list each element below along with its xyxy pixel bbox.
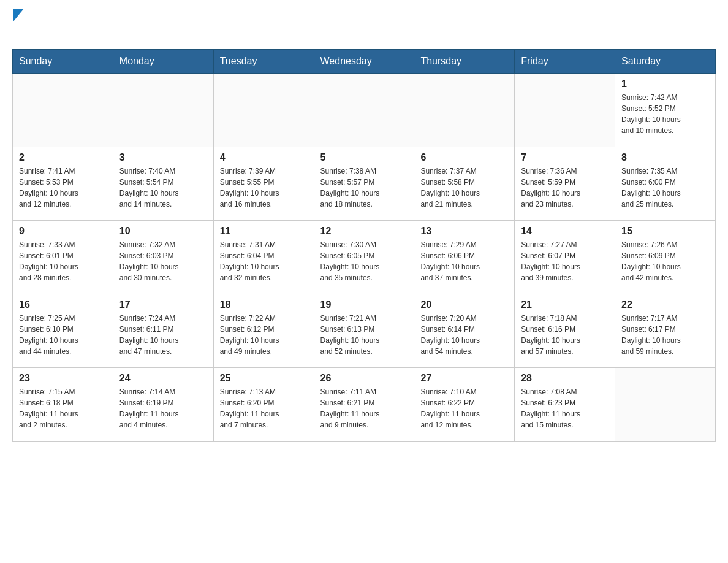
day-info: Sunrise: 7:20 AM Sunset: 6:14 PM Dayligh… [420, 313, 508, 357]
calendar-cell: 12Sunrise: 7:30 AM Sunset: 6:05 PM Dayli… [314, 221, 414, 294]
day-number: 18 [220, 299, 308, 310]
column-header-friday: Friday [515, 50, 615, 74]
calendar-cell: 18Sunrise: 7:22 AM Sunset: 6:12 PM Dayli… [213, 294, 314, 368]
day-info: Sunrise: 7:25 AM Sunset: 6:10 PM Dayligh… [19, 313, 107, 357]
day-info: Sunrise: 7:40 AM Sunset: 5:54 PM Dayligh… [119, 166, 207, 210]
day-number: 17 [119, 299, 207, 310]
calendar-cell [113, 74, 213, 147]
day-info: Sunrise: 7:41 AM Sunset: 5:53 PM Dayligh… [19, 166, 107, 210]
day-number: 1 [621, 79, 709, 90]
day-number: 15 [621, 226, 709, 237]
calendar-cell: 21Sunrise: 7:18 AM Sunset: 6:16 PM Dayli… [515, 294, 615, 368]
day-info: Sunrise: 7:22 AM Sunset: 6:12 PM Dayligh… [220, 313, 308, 357]
calendar-cell: 13Sunrise: 7:29 AM Sunset: 6:06 PM Dayli… [414, 221, 515, 294]
day-number: 23 [19, 373, 107, 384]
day-info: Sunrise: 7:08 AM Sunset: 6:23 PM Dayligh… [521, 386, 609, 431]
column-header-saturday: Saturday [615, 50, 716, 74]
day-info: Sunrise: 7:17 AM Sunset: 6:17 PM Dayligh… [621, 313, 709, 357]
page-header [12, 12, 716, 39]
calendar-cell: 6Sunrise: 7:37 AM Sunset: 5:58 PM Daylig… [414, 147, 515, 221]
column-header-thursday: Thursday [414, 50, 515, 74]
calendar-cell [213, 74, 314, 147]
day-number: 12 [320, 226, 408, 237]
day-info: Sunrise: 7:38 AM Sunset: 5:57 PM Dayligh… [320, 166, 408, 210]
day-number: 16 [19, 299, 107, 310]
logo-triangle-icon [13, 9, 24, 22]
calendar-cell: 25Sunrise: 7:13 AM Sunset: 6:20 PM Dayli… [213, 368, 314, 442]
day-number: 6 [420, 152, 508, 163]
calendar-cell: 11Sunrise: 7:31 AM Sunset: 6:04 PM Dayli… [213, 221, 314, 294]
day-info: Sunrise: 7:11 AM Sunset: 6:21 PM Dayligh… [320, 386, 408, 431]
day-info: Sunrise: 7:18 AM Sunset: 6:16 PM Dayligh… [521, 313, 609, 357]
day-info: Sunrise: 7:42 AM Sunset: 5:52 PM Dayligh… [621, 92, 709, 136]
calendar-week-row: 23Sunrise: 7:15 AM Sunset: 6:18 PM Dayli… [13, 368, 716, 442]
day-info: Sunrise: 7:37 AM Sunset: 5:58 PM Dayligh… [420, 166, 508, 210]
calendar-cell: 26Sunrise: 7:11 AM Sunset: 6:21 PM Dayli… [314, 368, 414, 442]
day-number: 13 [420, 226, 508, 237]
day-info: Sunrise: 7:13 AM Sunset: 6:20 PM Dayligh… [220, 386, 308, 431]
column-header-wednesday: Wednesday [314, 50, 414, 74]
day-number: 3 [119, 152, 207, 163]
calendar-cell: 22Sunrise: 7:17 AM Sunset: 6:17 PM Dayli… [615, 294, 716, 368]
calendar-cell: 14Sunrise: 7:27 AM Sunset: 6:07 PM Dayli… [515, 221, 615, 294]
day-number: 19 [320, 299, 408, 310]
day-number: 28 [521, 373, 609, 384]
calendar-cell [314, 74, 414, 147]
day-number: 8 [621, 152, 709, 163]
day-number: 27 [420, 373, 508, 384]
day-info: Sunrise: 7:31 AM Sunset: 6:04 PM Dayligh… [220, 239, 308, 283]
day-number: 24 [119, 373, 207, 384]
day-info: Sunrise: 7:24 AM Sunset: 6:11 PM Dayligh… [119, 313, 207, 357]
calendar-week-row: 2Sunrise: 7:41 AM Sunset: 5:53 PM Daylig… [13, 147, 716, 221]
day-number: 22 [621, 299, 709, 310]
day-number: 7 [521, 152, 609, 163]
day-info: Sunrise: 7:26 AM Sunset: 6:09 PM Dayligh… [621, 239, 709, 283]
svg-marker-0 [13, 9, 24, 22]
day-info: Sunrise: 7:27 AM Sunset: 6:07 PM Dayligh… [521, 239, 609, 283]
day-number: 20 [420, 299, 508, 310]
calendar-cell: 20Sunrise: 7:20 AM Sunset: 6:14 PM Dayli… [414, 294, 515, 368]
calendar-cell: 24Sunrise: 7:14 AM Sunset: 6:19 PM Dayli… [113, 368, 213, 442]
day-number: 10 [119, 226, 207, 237]
day-info: Sunrise: 7:30 AM Sunset: 6:05 PM Dayligh… [320, 239, 408, 283]
calendar-cell: 10Sunrise: 7:32 AM Sunset: 6:03 PM Dayli… [113, 221, 213, 294]
column-header-tuesday: Tuesday [213, 50, 314, 74]
calendar-cell: 3Sunrise: 7:40 AM Sunset: 5:54 PM Daylig… [113, 147, 213, 221]
day-info: Sunrise: 7:10 AM Sunset: 6:22 PM Dayligh… [420, 386, 508, 431]
logo [12, 12, 24, 39]
calendar-cell: 2Sunrise: 7:41 AM Sunset: 5:53 PM Daylig… [13, 147, 113, 221]
calendar-cell: 19Sunrise: 7:21 AM Sunset: 6:13 PM Dayli… [314, 294, 414, 368]
calendar-cell: 7Sunrise: 7:36 AM Sunset: 5:59 PM Daylig… [515, 147, 615, 221]
calendar-cell: 27Sunrise: 7:10 AM Sunset: 6:22 PM Dayli… [414, 368, 515, 442]
calendar-week-row: 9Sunrise: 7:33 AM Sunset: 6:01 PM Daylig… [13, 221, 716, 294]
day-info: Sunrise: 7:32 AM Sunset: 6:03 PM Dayligh… [119, 239, 207, 283]
day-info: Sunrise: 7:29 AM Sunset: 6:06 PM Dayligh… [420, 239, 508, 283]
calendar-cell: 17Sunrise: 7:24 AM Sunset: 6:11 PM Dayli… [113, 294, 213, 368]
day-number: 4 [220, 152, 308, 163]
day-number: 11 [220, 226, 308, 237]
day-number: 14 [521, 226, 609, 237]
column-header-sunday: Sunday [13, 50, 113, 74]
column-header-monday: Monday [113, 50, 213, 74]
calendar-cell: 9Sunrise: 7:33 AM Sunset: 6:01 PM Daylig… [13, 221, 113, 294]
day-info: Sunrise: 7:15 AM Sunset: 6:18 PM Dayligh… [19, 386, 107, 431]
calendar-week-row: 16Sunrise: 7:25 AM Sunset: 6:10 PM Dayli… [13, 294, 716, 368]
calendar-cell: 16Sunrise: 7:25 AM Sunset: 6:10 PM Dayli… [13, 294, 113, 368]
calendar-cell: 28Sunrise: 7:08 AM Sunset: 6:23 PM Dayli… [515, 368, 615, 442]
calendar-table: SundayMondayTuesdayWednesdayThursdayFrid… [12, 49, 716, 442]
calendar-cell [615, 368, 716, 442]
day-number: 25 [220, 373, 308, 384]
calendar-week-row: 1Sunrise: 7:42 AM Sunset: 5:52 PM Daylig… [13, 74, 716, 147]
day-info: Sunrise: 7:33 AM Sunset: 6:01 PM Dayligh… [19, 239, 107, 283]
day-info: Sunrise: 7:21 AM Sunset: 6:13 PM Dayligh… [320, 313, 408, 357]
calendar-cell: 4Sunrise: 7:39 AM Sunset: 5:55 PM Daylig… [213, 147, 314, 221]
calendar-cell: 5Sunrise: 7:38 AM Sunset: 5:57 PM Daylig… [314, 147, 414, 221]
day-number: 9 [19, 226, 107, 237]
day-info: Sunrise: 7:39 AM Sunset: 5:55 PM Dayligh… [220, 166, 308, 210]
day-info: Sunrise: 7:36 AM Sunset: 5:59 PM Dayligh… [521, 166, 609, 210]
day-number: 5 [320, 152, 408, 163]
day-number: 21 [521, 299, 609, 310]
calendar-cell: 23Sunrise: 7:15 AM Sunset: 6:18 PM Dayli… [13, 368, 113, 442]
calendar-cell [414, 74, 515, 147]
calendar-cell: 8Sunrise: 7:35 AM Sunset: 6:00 PM Daylig… [615, 147, 716, 221]
